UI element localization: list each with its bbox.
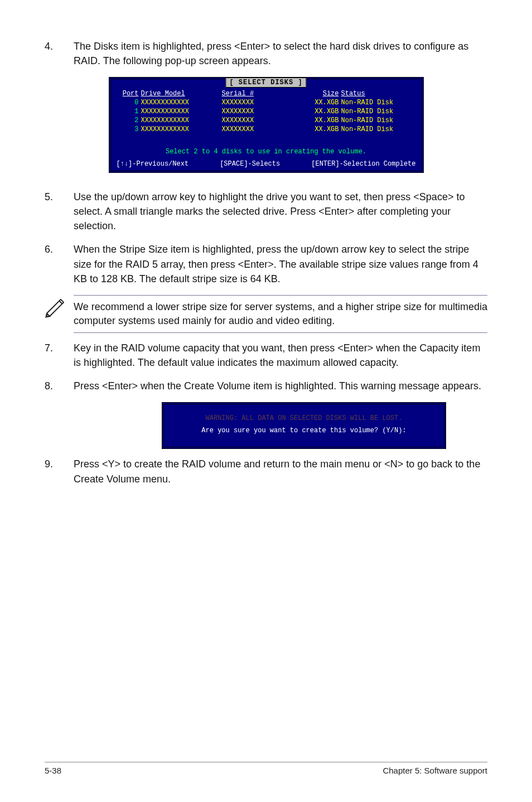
cell-status: Non-RAID Disk (341, 116, 416, 125)
note-text: We recommend a lower stripe size for ser… (74, 295, 487, 333)
disk-row: 3 XXXXXXXXXXXX XXXXXXXX XX.XGB Non-RAID … (117, 125, 416, 134)
cell-status: Non-RAID Disk (341, 107, 416, 116)
cell-model: XXXXXXXXXXXX (141, 107, 222, 116)
cell-serial: XXXXXXXX (222, 116, 303, 125)
step-number: 9. (45, 457, 74, 486)
col-serial: Serial # (222, 89, 303, 98)
warning-line-1: WARNING: ALL DATA ON SELECTED DISKS WILL… (170, 412, 438, 424)
step-text: Press <Enter> when the Create Volume ite… (74, 379, 487, 393)
disk-row: 0 XXXXXXXXXXXX XXXXXXXX XX.XGB Non-RAID … (117, 98, 416, 107)
step-8: 8. Press <Enter> when the Create Volume … (45, 379, 487, 393)
select-disks-screenshot: [ SELECT DISKS ] Port Drive Model Serial… (109, 77, 424, 173)
pencil-note-icon (45, 295, 74, 318)
chapter-title: Chapter 5: Software support (383, 766, 487, 775)
step-text: Key in the RAID volume capacity that you… (74, 341, 487, 370)
note: We recommend a lower stripe size for ser… (45, 295, 487, 333)
step-5: 5. Use the up/down arrow key to highligh… (45, 190, 487, 233)
cell-model: XXXXXXXXXXXX (141, 125, 222, 134)
col-model: Drive Model (141, 89, 222, 98)
cell-model: XXXXXXXXXXXX (141, 116, 222, 125)
cell-size: XX.XGB (303, 107, 341, 116)
step-text: When the Stripe Size item is highlighted… (74, 242, 487, 286)
footer-rule (45, 762, 487, 762)
col-status: Status (341, 89, 416, 98)
step-4: 4. The Disks item is highlighted, press … (45, 39, 487, 68)
cell-status: Non-RAID Disk (341, 98, 416, 107)
page: 4. The Disks item is highlighted, press … (0, 0, 532, 802)
cell-port: 2 (117, 116, 141, 125)
footer-mid: [SPACE]-Selects (220, 160, 280, 168)
cell-size: XX.XGB (303, 125, 341, 134)
cell-size: XX.XGB (303, 98, 341, 107)
page-number: 5-38 (45, 766, 61, 775)
step-text: Use the up/down arrow key to highlight t… (74, 190, 487, 233)
step-number: 4. (45, 39, 74, 68)
cell-serial: XXXXXXXX (222, 107, 303, 116)
select-disks-terminal: [ SELECT DISKS ] Port Drive Model Serial… (109, 77, 424, 173)
step-6: 6. When the Stripe Size item is highligh… (45, 242, 487, 286)
step-text: Press <Y> to create the RAID volume and … (74, 457, 487, 486)
step-7: 7. Key in the RAID volume capacity that … (45, 341, 487, 370)
cell-status: Non-RAID Disk (341, 125, 416, 134)
cell-port: 0 (117, 98, 141, 107)
footer-left: [↑↓]-Previous/Next (117, 160, 189, 168)
cell-size: XX.XGB (303, 116, 341, 125)
terminal-footer: [↑↓]-Previous/Next [SPACE]-Selects [ENTE… (117, 160, 416, 168)
disk-row: 2 XXXXXXXXXXXX XXXXXXXX XX.XGB Non-RAID … (117, 116, 416, 125)
step-number: 8. (45, 379, 74, 393)
warning-terminal: WARNING: ALL DATA ON SELECTED DISKS WILL… (162, 402, 446, 449)
col-port: Port (117, 89, 141, 98)
cell-port: 1 (117, 107, 141, 116)
disk-row: 1 XXXXXXXXXXXX XXXXXXXX XX.XGB Non-RAID … (117, 107, 416, 116)
step-number: 5. (45, 190, 74, 233)
cell-model: XXXXXXXXXXXX (141, 98, 222, 107)
step-9: 9. Press <Y> to create the RAID volume a… (45, 457, 487, 486)
pencil-icon (45, 295, 68, 318)
terminal-hint: Select 2 to 4 disks to use in creating t… (117, 147, 416, 156)
page-footer: 5-38 Chapter 5: Software support (45, 762, 487, 775)
col-size: Size (303, 89, 341, 98)
cell-serial: XXXXXXXX (222, 98, 303, 107)
cell-serial: XXXXXXXX (222, 125, 303, 134)
terminal-title: [ SELECT DISKS ] (225, 78, 306, 88)
cell-port: 3 (117, 125, 141, 134)
warning-screenshot: WARNING: ALL DATA ON SELECTED DISKS WILL… (162, 402, 446, 449)
warning-line-2: Are you sure you want to create this vol… (170, 424, 438, 437)
step-text: The Disks item is highlighted, press <En… (74, 39, 487, 68)
step-number: 7. (45, 341, 74, 370)
disk-table-header: Port Drive Model Serial # Size Status (117, 89, 416, 98)
footer-right: [ENTER]-Selection Complete (311, 160, 415, 168)
step-number: 6. (45, 242, 74, 286)
